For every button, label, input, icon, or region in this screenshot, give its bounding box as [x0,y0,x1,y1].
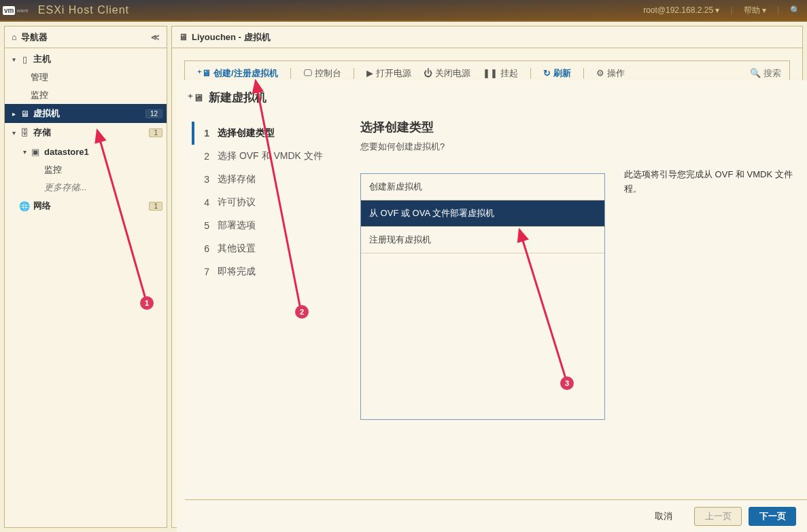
step-label: 部署选项 [218,219,256,232]
refresh-icon: ↻ [543,68,551,78]
option-register-existing[interactable]: 注册现有虚拟机 [361,227,604,253]
network-label: 网络 [31,200,149,212]
annotation-3: 3 [560,376,574,390]
wizard-main-title: 选择创建类型 [360,119,605,135]
wizard-step-5[interactable]: 5部署选项 [192,214,341,237]
annotation-2: 2 [295,305,309,319]
step-label: 选择创建类型 [218,127,275,139]
tree-network[interactable]: 🌐 网络 1 [5,196,167,215]
wizard-footer: 取消 上一页 下一页 [185,499,807,532]
chevron-down-icon: ▾ [9,56,18,63]
annotation-1: 1 [140,296,154,310]
wizard-title: ⁺🖥 新建虚拟机 [185,86,807,112]
chevron-right-icon: ▸ [9,110,18,118]
wizard-step-4[interactable]: 4许可协议 [192,191,341,214]
network-count-badge: 1 [149,202,162,211]
search-placeholder: 搜索 [763,67,781,79]
next-button[interactable]: 下一页 [749,507,796,526]
create-label: 创建/注册虚拟机 [213,67,278,79]
datastore-icon: ▣ [29,147,41,157]
datastore1-label: datastore1 [41,147,162,157]
header-sep2: | [777,5,779,15]
option-filler [361,253,604,419]
wizard-main: 选择创建类型 您要如何创建虚拟机? 创建新虚拟机 从 OVF 或 OVA 文件部… [341,119,807,499]
suspend-button[interactable]: ❚❚ 挂起 [479,65,522,82]
collapse-icon[interactable]: ≪ [151,33,160,42]
step-label: 许可协议 [218,196,256,209]
poweron-button[interactable]: ▶ 打开电源 [362,65,415,82]
vm-icon: 🖥 [18,109,31,119]
tree-vm[interactable]: ▸ 🖥 虚拟机 12 [5,104,167,123]
search-box[interactable]: 🔍 搜索 [750,67,781,79]
cancel-button[interactable]: 取消 [640,507,687,526]
home-icon: ⌂ [12,32,17,42]
option-create-new[interactable]: 创建新虚拟机 [361,174,604,200]
sidebar-title: 导航器 [21,31,48,43]
host-icon: ▯ [18,54,31,65]
content-header: 🖥 Liyouchen - 虚拟机 [172,26,802,48]
toolbar-sep [290,68,291,79]
step-label: 选择 OVF 和 VMDK 文件 [218,150,323,162]
prev-button[interactable]: 上一页 [694,507,742,526]
gear-icon: ⚙ [596,68,604,78]
vm-count-badge: 12 [145,109,162,118]
create-vm-button[interactable]: ⁺🖥 创建/注册虚拟机 [193,65,282,82]
chevron-down-icon: ▾ [9,129,18,137]
wizard: ⁺🖥 新建虚拟机 1选择创建类型 2选择 OVF 和 VMDK 文件 3选择存储… [177,80,807,532]
refresh-label: 刷新 [553,67,571,79]
wizard-step-7[interactable]: 7即将完成 [192,260,341,283]
step-label: 选择存储 [218,173,256,185]
create-icon: ⁺🖥 [197,68,211,78]
user-menu[interactable]: root@192.168.2.25 ▾ [643,5,719,15]
wizard-body: 1选择创建类型 2选择 OVF 和 VMDK 文件 3选择存储 4许可协议 5部… [185,112,807,499]
wizard-step-1[interactable]: 1选择创建类型 [192,122,341,145]
option-deploy-ovf[interactable]: 从 OVF 或 OVA 文件部署虚拟机 [361,200,604,227]
wizard-description: 此选项将引导您完成从 OVF 和 VMDK 文件程。 [624,119,796,499]
storage-icon: 🗄 [18,128,31,138]
tree-datastore1[interactable]: ▾ ▣ datastore1 [5,142,167,161]
toolbar-sep [583,68,584,79]
step-label: 其他设置 [218,243,256,255]
wizard-steps: 1选择创建类型 2选择 OVF 和 VMDK 文件 3选择存储 4许可协议 5部… [192,119,341,499]
breadcrumb: Liyouchen - 虚拟机 [192,31,271,43]
wizard-step-6[interactable]: 6其他设置 [192,237,341,260]
tree-storage[interactable]: ▾ 🗄 存储 1 [5,123,167,142]
actions-label: 操作 [607,67,625,79]
product-title: ESXi Host Client [38,4,129,16]
tree-ds-monitor[interactable]: 监控 [5,161,167,179]
tree-host[interactable]: ▾ ▯ 主机 [5,50,167,69]
wizard-title-text: 新建虚拟机 [209,90,267,105]
console-button[interactable]: 🖵 控制台 [299,65,345,82]
refresh-button[interactable]: ↻ 刷新 [539,65,575,82]
wizard-step-2[interactable]: 2选择 OVF 和 VMDK 文件 [192,145,341,168]
search-icon: 🔍 [750,68,761,78]
header-sep: | [730,5,732,15]
help-menu[interactable]: 帮助 ▾ [744,5,766,16]
vm-label: 虚拟机 [31,107,145,120]
header-right: root@192.168.2.25 ▾ | 帮助 ▾ | 🔍 [643,5,807,16]
wizard-main-subtitle: 您要如何创建虚拟机? [360,141,605,153]
wizard-step-3[interactable]: 3选择存储 [192,168,341,191]
new-vm-icon: ⁺🖥 [188,92,203,104]
power-icon: ⏻ [424,68,432,78]
actions-button[interactable]: ⚙ 操作 [592,65,629,82]
app-header: vmware ESXi Host Client root@192.168.2.2… [0,0,807,22]
tree-ds-more[interactable]: 更多存储... [5,179,167,196]
search-icon[interactable]: 🔍 [790,5,800,15]
poweroff-button[interactable]: ⏻ 关闭电源 [419,65,475,82]
poweron-label: 打开电源 [376,67,411,79]
play-icon: ▶ [366,68,373,78]
wizard-modal: ⁺🖥 新建虚拟机 1选择创建类型 2选择 OVF 和 VMDK 文件 3选择存储… [177,80,807,532]
step-label: 即将完成 [218,266,256,278]
sidebar-header: ⌂ 导航器 ≪ [5,26,167,48]
vm-group-icon: 🖥 [179,32,188,42]
storage-label: 存储 [31,126,149,139]
host-label: 主机 [31,53,162,65]
sidebar: ⌂ 导航器 ≪ ▾ ▯ 主机 管理 监控 ▸ 🖥 虚拟机 12 ▾ 🗄 存储 [4,26,167,528]
tree-host-manage[interactable]: 管理 [5,69,167,86]
chevron-down-icon: ▾ [20,148,29,156]
poweroff-label: 关闭电源 [435,67,470,79]
tree-host-monitor[interactable]: 监控 [5,86,167,104]
storage-count-badge: 1 [149,128,162,137]
vmware-logo: vmware [0,6,31,15]
